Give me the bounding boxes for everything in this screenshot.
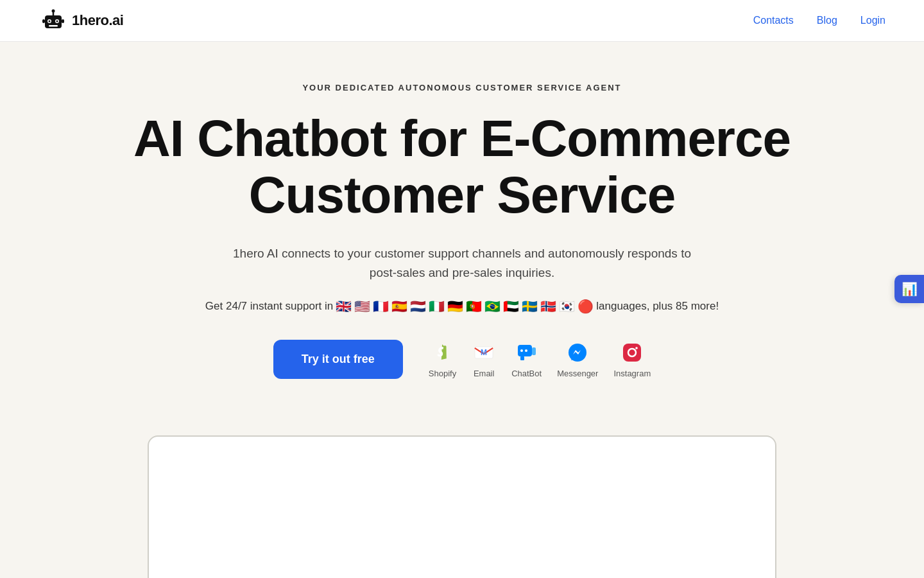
flag-de: 🇩🇪 [447, 299, 463, 314]
hero-title-line1: AI Chatbot for E-Commerce [133, 110, 791, 167]
demo-video-container [109, 435, 815, 578]
flag-fr: 🇫🇷 [373, 299, 389, 314]
demo-video-frame [148, 435, 776, 578]
svg-point-2 [52, 10, 55, 13]
instagram-icon [620, 340, 644, 365]
svg-rect-16 [532, 347, 536, 355]
flag-pt: 🇵🇹 [466, 299, 482, 314]
hero-eyebrow: YOUR DEDICATED AUTONOMOUS CUSTOMER SERVI… [116, 83, 809, 92]
integration-email: M Email [472, 340, 496, 378]
svg-point-5 [49, 21, 51, 22]
flag-es: 🇪🇸 [391, 299, 407, 314]
svg-point-20 [636, 347, 638, 349]
svg-rect-7 [49, 25, 58, 27]
flag-it: 🇮🇹 [429, 299, 445, 314]
logo-robot-icon [38, 9, 68, 32]
flag-no: 🇳🇴 [540, 299, 556, 314]
svg-rect-13 [520, 356, 524, 360]
chatbot-label: ChatBot [511, 369, 542, 378]
integration-chatbot: ChatBot [511, 340, 542, 378]
language-suffix: languages, plus 85 more! [596, 300, 719, 313]
logo[interactable]: 1hero.ai [38, 9, 123, 32]
nav-login[interactable]: Login [860, 15, 886, 26]
messenger-icon [565, 340, 590, 365]
flag-nl: 🇳🇱 [410, 299, 426, 314]
svg-text:M: M [481, 348, 487, 357]
instagram-label: Instagram [613, 369, 651, 378]
email-label: Email [474, 369, 495, 378]
nav-blog[interactable]: Blog [817, 15, 837, 26]
shopify-icon [430, 340, 454, 365]
flag-kr: 🇰🇷 [559, 299, 575, 314]
svg-point-15 [525, 349, 527, 352]
svg-rect-8 [42, 19, 45, 23]
flag-se: 🇸🇪 [522, 299, 538, 314]
logo-text: 1hero.ai [72, 12, 123, 29]
svg-point-6 [56, 21, 58, 22]
hero-title-line2: Customer Service [249, 166, 675, 223]
nav-contacts[interactable]: Contacts [753, 15, 794, 26]
svg-point-14 [520, 349, 523, 352]
flag-gb: 🇬🇧 [336, 299, 352, 314]
nav-links: Contacts Blog Login [753, 15, 886, 26]
flag-us: 🇺🇸 [354, 299, 370, 314]
try-it-free-button[interactable]: Try it out free [273, 340, 403, 379]
hero-section: YOUR DEDICATED AUTONOMOUS CUSTOMER SERVI… [77, 42, 847, 435]
hero-cta-area: Try it out free Shopify [116, 340, 809, 379]
integration-instagram: Instagram [613, 340, 651, 378]
navbar: 1hero.ai Contacts Blog Login [0, 0, 924, 42]
chatbot-icon [515, 340, 539, 365]
flag-br: 🇧🇷 [484, 299, 501, 314]
shopify-label: Shopify [429, 369, 456, 378]
flag-red-dot: 🔴 [578, 299, 594, 314]
flag-ae: 🇦🇪 [503, 299, 519, 314]
svg-rect-18 [623, 344, 641, 362]
hero-title: AI Chatbot for E-Commerce Customer Servi… [116, 110, 809, 223]
integration-messenger: Messenger [557, 340, 598, 378]
messenger-label: Messenger [557, 369, 598, 378]
hero-subtitle: 1hero AI connects to your customer suppo… [218, 244, 706, 283]
floating-widget-icon: 📊 [902, 281, 918, 297]
integration-icons: Shopify M Email [429, 340, 651, 378]
hero-languages: Get 24/7 instant support in 🇬🇧 🇺🇸 🇫🇷 🇪🇸 … [116, 299, 809, 314]
email-icon: M [472, 340, 496, 365]
floating-widget[interactable]: 📊 [894, 275, 924, 303]
integration-shopify: Shopify [429, 340, 456, 378]
language-prefix: Get 24/7 instant support in [205, 300, 333, 313]
svg-rect-9 [62, 19, 64, 23]
